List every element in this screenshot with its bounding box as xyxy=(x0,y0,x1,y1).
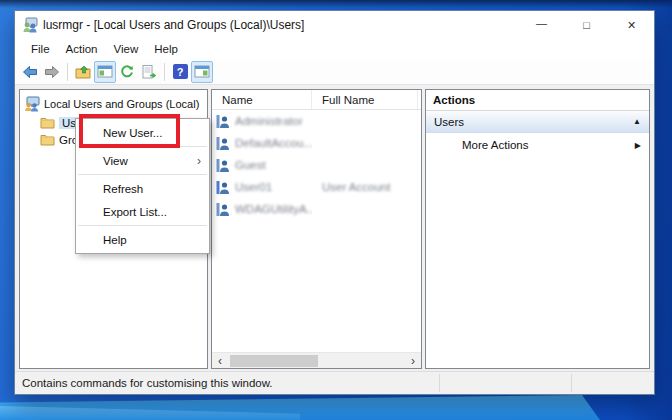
user-name: User01 xyxy=(235,181,272,193)
scroll-left-icon: ‹ xyxy=(218,354,222,368)
action-pane-icon xyxy=(194,64,210,80)
show-action-pane-button[interactable] xyxy=(191,61,213,83)
folder-icon xyxy=(40,133,55,146)
tree-root-label: Local Users and Groups (Local) xyxy=(44,98,199,110)
console-tree-icon xyxy=(97,64,113,80)
show-console-tree-button[interactable] xyxy=(94,61,116,83)
more-actions-label: More Actions xyxy=(462,139,528,151)
scroll-left-button[interactable]: ‹ xyxy=(212,353,228,369)
users-context-menu: New User... View › Refresh Export List..… xyxy=(75,118,210,254)
local-users-groups-icon xyxy=(24,96,40,112)
status-bar: Contains commands for customising this w… xyxy=(15,371,654,394)
maximize-button[interactable]: □ xyxy=(564,11,609,39)
toolbar-separator xyxy=(67,63,68,81)
users-list-pane: Name Full Name Administrator xyxy=(211,89,422,369)
export-list-label: Export List... xyxy=(103,206,167,218)
new-user-label: New User... xyxy=(103,127,162,139)
context-menu-help[interactable]: Help xyxy=(76,228,209,251)
user-row[interactable]: WDAGUtilityA... xyxy=(212,198,421,220)
menu-action[interactable]: Action xyxy=(58,41,106,57)
view-label: View xyxy=(103,155,128,167)
window-title: lusrmgr - [Local Users and Groups (Local… xyxy=(43,18,519,32)
minimize-button[interactable]: — xyxy=(519,11,564,39)
help-button[interactable]: ? xyxy=(169,61,191,83)
actions-pane-title: Actions xyxy=(426,90,649,111)
status-text: Contains commands for customising this w… xyxy=(22,377,273,389)
user-full-name: User Account xyxy=(312,181,418,193)
user-row[interactable]: User01 User Account xyxy=(212,176,421,198)
menu-bar: File Action View Help xyxy=(15,39,654,59)
statusbar-divider xyxy=(439,374,440,392)
user-icon xyxy=(216,180,231,195)
menu-separator xyxy=(78,225,207,226)
user-name: Guest xyxy=(235,159,266,171)
close-button[interactable]: ✕ xyxy=(609,11,654,39)
up-one-level-button[interactable] xyxy=(72,61,94,83)
back-arrow-icon xyxy=(22,64,38,80)
user-name: DefaultAccou... xyxy=(235,137,312,149)
scrollbar-thumb[interactable] xyxy=(230,355,318,367)
column-header-full-name[interactable]: Full Name xyxy=(312,90,418,109)
collapse-section-icon[interactable]: ▲ xyxy=(633,117,641,126)
refresh-icon xyxy=(119,64,135,80)
column-header-name[interactable]: Name xyxy=(212,90,312,109)
actions-pane: Actions Users ▲ More Actions ▶ xyxy=(425,89,650,369)
folder-icon xyxy=(40,116,55,129)
menu-separator xyxy=(78,174,207,175)
export-list-button[interactable] xyxy=(138,61,160,83)
toolbar-separator xyxy=(164,63,165,81)
submenu-arrow-icon: › xyxy=(197,154,201,168)
user-row[interactable]: Guest xyxy=(212,154,421,176)
menu-separator xyxy=(78,146,207,147)
up-folder-icon xyxy=(75,64,91,80)
scroll-right-icon: › xyxy=(411,354,415,368)
close-icon: ✕ xyxy=(627,19,636,32)
minimize-icon: — xyxy=(536,17,547,29)
toolbar: ? xyxy=(15,59,654,85)
export-list-icon xyxy=(141,64,157,80)
back-button[interactable] xyxy=(19,61,41,83)
forward-button[interactable] xyxy=(41,61,63,83)
lusrmgr-app-icon xyxy=(22,17,38,33)
user-icon xyxy=(216,114,231,129)
user-icon xyxy=(216,136,231,151)
context-menu-new-user[interactable]: New User... xyxy=(76,121,209,144)
user-icon xyxy=(216,202,231,217)
user-name: Administrator xyxy=(235,115,303,127)
more-actions-arrow-icon: ▶ xyxy=(635,141,641,150)
user-name: WDAGUtilityA... xyxy=(235,203,312,215)
menu-file[interactable]: File xyxy=(23,41,58,57)
desktop-wallpaper: lusrmgr - [Local Users and Groups (Local… xyxy=(0,0,672,420)
title-bar: lusrmgr - [Local Users and Groups (Local… xyxy=(15,11,654,39)
list-header: Name Full Name xyxy=(212,90,421,110)
user-icon xyxy=(216,158,231,173)
horizontal-scrollbar[interactable]: ‹ › xyxy=(212,352,421,368)
context-menu-export-list[interactable]: Export List... xyxy=(76,200,209,223)
user-row[interactable]: DefaultAccou... xyxy=(212,132,421,154)
maximize-icon: □ xyxy=(583,19,590,31)
help-icon: ? xyxy=(173,64,188,79)
forward-arrow-icon xyxy=(44,64,60,80)
menu-help[interactable]: Help xyxy=(146,41,186,57)
user-row[interactable]: Administrator xyxy=(212,110,421,132)
context-menu-view[interactable]: View › xyxy=(76,149,209,172)
context-menu-refresh[interactable]: Refresh xyxy=(76,177,209,200)
actions-section-label: Users xyxy=(434,116,464,128)
scroll-right-button[interactable]: › xyxy=(405,353,421,369)
more-actions-item[interactable]: More Actions ▶ xyxy=(426,133,649,157)
menu-view[interactable]: View xyxy=(106,41,147,57)
refresh-label: Refresh xyxy=(103,183,143,195)
help-label: Help xyxy=(103,234,127,246)
statusbar-divider xyxy=(571,374,572,392)
tree-root-item[interactable]: Local Users and Groups (Local) xyxy=(20,90,207,114)
actions-section-users[interactable]: Users ▲ xyxy=(426,111,649,133)
refresh-button[interactable] xyxy=(116,61,138,83)
